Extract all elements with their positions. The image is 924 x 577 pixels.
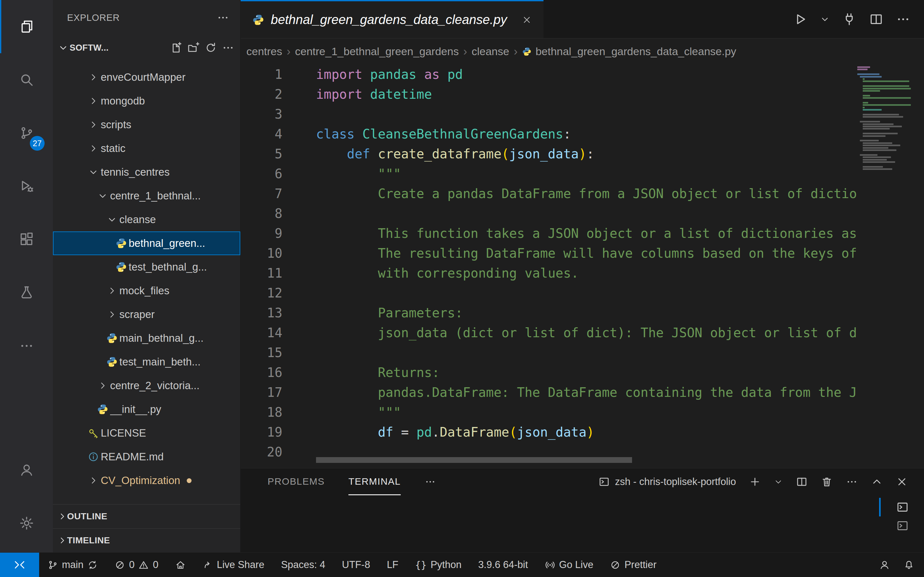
split-editor-icon[interactable]: [869, 12, 884, 27]
more-icon[interactable]: [222, 41, 234, 54]
activity-extensions-button[interactable]: [0, 213, 53, 266]
line-number: 16: [241, 363, 282, 382]
tree-item-envecourtmapper[interactable]: enveCourtMapper: [53, 65, 240, 89]
tree-item-readme-md[interactable]: README.md: [53, 445, 240, 469]
panel-tab-terminal[interactable]: TERMINAL: [349, 468, 401, 495]
status-home[interactable]: [175, 560, 186, 570]
tree-item-tennis-centres[interactable]: tennis_centres: [53, 160, 240, 184]
status-prettier[interactable]: Prettier: [610, 559, 656, 571]
sidebar-view-outline[interactable]: OUTLINE: [53, 504, 240, 528]
debug-plug-icon[interactable]: [842, 12, 857, 27]
terminal-body[interactable]: [241, 495, 876, 552]
breadcrumb-separator: ›: [514, 45, 517, 58]
activity-settings-button[interactable]: [0, 496, 53, 550]
activity-more-button[interactable]: [0, 319, 53, 372]
explorer-more-icon[interactable]: [216, 11, 229, 24]
tree-item-mongodb[interactable]: mongodb: [53, 89, 240, 113]
bell-icon[interactable]: [903, 559, 914, 570]
line-text: df = pd.DataFrame(json_data): [316, 422, 857, 442]
tree-item-license[interactable]: LICENSE: [53, 421, 240, 445]
tree-item-centre-1-bethnal[interactable]: centre_1_bethnal...: [53, 184, 240, 208]
terminal-instance-1[interactable]: [879, 498, 924, 516]
line-text: class CleanseBethnalGreenGardens:: [316, 124, 857, 144]
activity-search-button[interactable]: [0, 53, 53, 106]
chevron-right-icon: [105, 309, 120, 319]
more-actions-icon[interactable]: [896, 12, 911, 27]
more-icon[interactable]: [425, 476, 436, 488]
tree-item-scripts[interactable]: scripts: [53, 113, 240, 137]
workspace-section-header[interactable]: SOFTW...: [53, 35, 240, 60]
close-tab-icon[interactable]: [522, 15, 532, 25]
tree-item-mock-files[interactable]: mock_files: [53, 279, 240, 303]
new-terminal-icon[interactable]: [749, 476, 761, 488]
key-icon: [86, 427, 101, 439]
activity-run-debug-button[interactable]: [0, 160, 53, 213]
activity-testing-button[interactable]: [0, 266, 53, 319]
breadcrumb-item-cleanse[interactable]: cleanse: [472, 45, 509, 58]
line-number: 4: [241, 124, 282, 144]
refresh-icon[interactable]: [204, 41, 217, 54]
chevron-right-icon: [88, 143, 99, 153]
tree-item-static[interactable]: static: [53, 137, 240, 160]
python-icon: [115, 237, 127, 249]
new-file-icon[interactable]: [170, 41, 183, 54]
status-eol[interactable]: LF: [387, 559, 399, 571]
status-live-share[interactable]: Live Share: [202, 559, 264, 571]
tree-item-label: scripts: [101, 119, 131, 131]
status-go-live[interactable]: Go Live: [545, 559, 594, 571]
status-interpreter[interactable]: 3.9.6 64-bit: [478, 559, 528, 571]
maximize-panel-icon[interactable]: [871, 476, 883, 488]
panel-more-icon[interactable]: [846, 476, 858, 488]
panel-tab-problems[interactable]: PROBLEMS: [268, 468, 325, 495]
terminal-dropdown-icon[interactable]: [774, 477, 783, 486]
new-folder-icon[interactable]: [187, 41, 200, 54]
status-problems[interactable]: 00: [115, 559, 158, 571]
tab-bethnal-green-gardens-data-cleanse[interactable]: bethnal_green_gardens_data_cleanse.py: [241, 0, 543, 38]
tree-item-centre-2-victoria[interactable]: centre_2_victoria...: [53, 374, 240, 398]
line-text: """: [316, 164, 857, 184]
tab-label: bethnal_green_gardens_data_cleanse.py: [271, 13, 507, 27]
tree-item-cleanse[interactable]: cleanse: [53, 208, 240, 231]
feedback-icon[interactable]: [879, 559, 890, 570]
code-editor[interactable]: 1import pandas as pd2import datetime34cl…: [241, 64, 924, 468]
code-line: 12: [241, 283, 924, 303]
sidebar-view-timeline[interactable]: TIMELINE: [53, 528, 240, 552]
status-language[interactable]: {}Python: [415, 559, 462, 571]
tree-item-main-bethnal-g[interactable]: main_bethnal_g...: [53, 326, 240, 350]
tree-item-cv-optimization[interactable]: CV_Optimization: [53, 469, 240, 492]
tree-item-scraper[interactable]: scraper: [53, 303, 240, 326]
code-line: 18 """: [241, 402, 924, 422]
status-indentation[interactable]: Spaces: 4: [281, 559, 325, 571]
status-encoding[interactable]: UTF-8: [342, 559, 370, 571]
line-text: pandas.DataFrame: The DataFrame containi…: [316, 382, 857, 402]
activity-source-control-button[interactable]: 27: [0, 106, 53, 160]
terminal-instance-2[interactable]: [879, 516, 924, 535]
tree-item-bethnal-green[interactable]: bethnal_green...: [53, 231, 240, 255]
close-panel-icon[interactable]: [896, 476, 908, 488]
terminal-tab-chip[interactable]: zsh - chris-toplisek-portfolio: [598, 476, 736, 488]
line-number: 8: [241, 203, 282, 223]
activity-explorer-button[interactable]: [0, 0, 53, 53]
tree-item-init-py[interactable]: __init__.py: [53, 398, 240, 421]
breadcrumb-item-centre-1-bethnal-green-gardens[interactable]: centre_1_bethnal_green_gardens: [295, 45, 459, 58]
split-terminal-icon[interactable]: [796, 476, 808, 488]
tree-item-test-bethnal-g[interactable]: test_bethnal_g...: [53, 255, 240, 279]
status-bar-right: [879, 559, 924, 570]
code-line: 13 Parameters:: [241, 303, 924, 323]
run-dropdown-icon[interactable]: [820, 15, 830, 24]
code-line: 19 df = pd.DataFrame(json_data): [241, 422, 924, 442]
explorer-header: EXPLORER: [53, 0, 240, 35]
remote-indicator[interactable]: [0, 553, 39, 577]
activity-account-button[interactable]: [0, 443, 53, 496]
tree-item-label: static: [101, 142, 126, 155]
horizontal-scrollbar[interactable]: [316, 457, 632, 463]
breadcrumb-item-bethnal-green-gardens-data-cleanse-py[interactable]: bethnal_green_gardens_data_cleanse.py: [522, 45, 736, 58]
run-icon[interactable]: [793, 12, 808, 27]
breadcrumb-item-centres[interactable]: centres: [246, 45, 282, 58]
python-icon: [105, 332, 120, 344]
tree-item-test-main-beth[interactable]: test_main_beth...: [53, 350, 240, 374]
breadcrumb-separator: ›: [287, 45, 291, 58]
status-branch[interactable]: main: [47, 559, 98, 571]
minimap[interactable]: [857, 66, 908, 468]
kill-terminal-icon[interactable]: [821, 476, 833, 488]
